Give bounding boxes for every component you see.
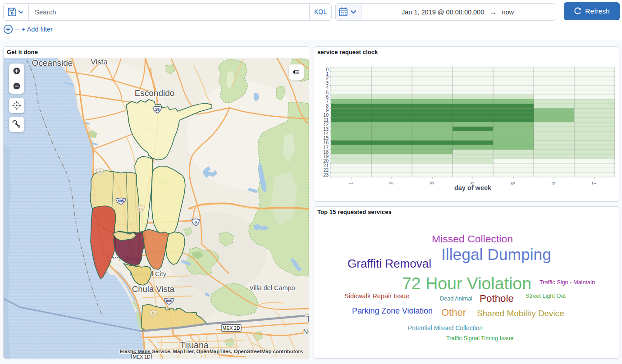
svg-text:805: 805 bbox=[118, 199, 124, 203]
svg-text:N: N bbox=[303, 328, 308, 335]
svg-text:Oceanside: Oceanside bbox=[32, 58, 73, 68]
svg-text:2: 2 bbox=[389, 182, 394, 185]
svg-text:8: 8 bbox=[194, 220, 197, 224]
svg-text:Chula Vista: Chula Vista bbox=[132, 284, 175, 294]
svg-text:7: 7 bbox=[591, 182, 597, 185]
svg-text:1: 1 bbox=[348, 182, 353, 185]
svg-text:805: 805 bbox=[166, 299, 172, 303]
svg-text:Escondido: Escondido bbox=[135, 88, 175, 98]
svg-text:Villa del Campo: Villa del Campo bbox=[249, 284, 295, 291]
svg-text:3: 3 bbox=[429, 182, 434, 185]
svg-text:MEX 1D: MEX 1D bbox=[133, 354, 151, 359]
svg-text:15: 15 bbox=[155, 107, 160, 112]
svg-text:23: 23 bbox=[323, 172, 329, 177]
svg-text:MEX 2D: MEX 2D bbox=[222, 325, 240, 331]
svg-text:Vista: Vista bbox=[91, 58, 108, 66]
svg-text:5: 5 bbox=[99, 170, 101, 174]
svg-text:Tecate: Tecate bbox=[306, 314, 309, 323]
svg-text:6: 6 bbox=[551, 182, 556, 185]
svg-text:5: 5 bbox=[510, 182, 516, 185]
svg-text:5: 5 bbox=[152, 311, 154, 316]
svg-text:15: 15 bbox=[138, 207, 143, 211]
svg-text:day of week: day of week bbox=[454, 184, 492, 191]
